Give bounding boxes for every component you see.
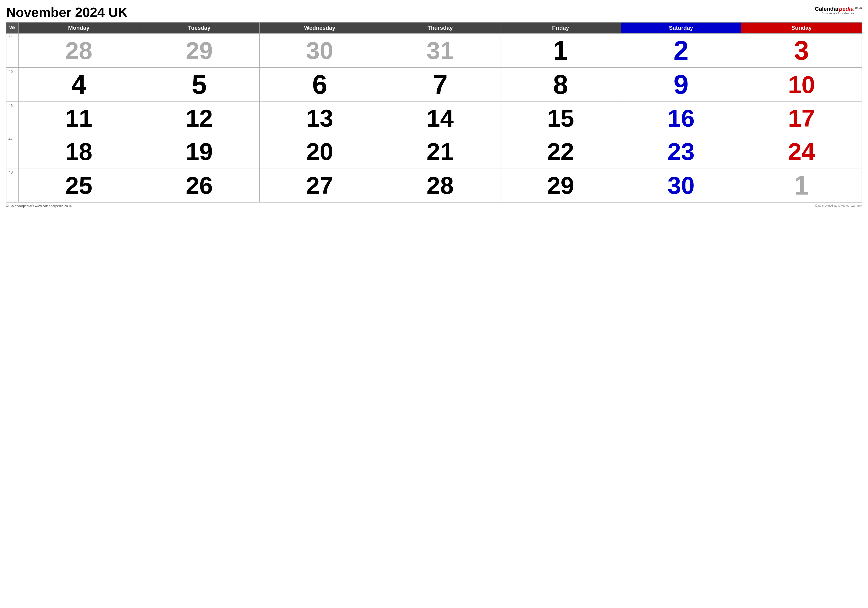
calendar-row: 4428293031123 [6,34,862,68]
day-number: 17 [743,103,860,133]
footer-right: Data provided 'as is' without warranty [815,204,862,208]
day-cell[interactable]: 10 [741,68,862,102]
day-cell[interactable]: 13 [259,102,380,135]
day-cell[interactable]: 19 [139,135,259,168]
day-number: 11 [21,103,137,133]
day-number: 15 [502,103,618,133]
day-number: 1 [502,35,618,66]
calendar-row: 4545678910 [6,68,862,102]
day-number: 31 [382,35,498,66]
day-cell[interactable]: 28 [380,168,501,203]
day-cell[interactable]: 6 [259,68,380,102]
col-header-thursday: Thursday [380,23,501,34]
day-cell[interactable]: 1 [741,168,862,203]
week-number: 44 [6,34,19,68]
day-cell[interactable]: 15 [501,102,621,135]
day-number: 9 [623,69,739,100]
day-number: 22 [502,136,618,167]
week-number: 48 [6,168,19,203]
day-cell[interactable]: 9 [621,68,741,102]
col-header-wk: Wk [6,23,19,34]
week-number: 46 [6,102,19,135]
day-number: 14 [382,103,498,133]
day-number: 6 [262,69,378,100]
day-cell[interactable]: 30 [259,34,380,68]
day-cell[interactable]: 18 [19,135,139,168]
day-number: 28 [382,170,498,201]
day-number: 23 [623,136,739,167]
logo: Calendarpedia.co.uk Your source for cale… [815,6,862,15]
calendar-row: 4718192021222324 [6,135,862,168]
day-cell[interactable]: 29 [139,34,259,68]
day-number: 1 [743,170,860,201]
day-number: 19 [141,136,257,167]
col-header-tuesday: Tuesday [139,23,259,34]
day-number: 2 [623,35,739,66]
day-number: 26 [141,170,257,201]
day-cell[interactable]: 25 [19,168,139,203]
day-number: 10 [743,69,860,100]
logo-pedia: pedia [839,6,854,12]
day-cell[interactable]: 30 [621,168,741,203]
logo-subtext: Your source for calendars [815,12,862,15]
day-number: 29 [141,35,257,66]
day-cell[interactable]: 16 [621,102,741,135]
day-cell[interactable]: 8 [501,68,621,102]
day-number: 8 [502,69,618,100]
logo-text: Calendarpedia.co.uk [815,6,862,12]
week-number: 45 [6,68,19,102]
day-number: 7 [382,69,498,100]
day-number: 24 [743,136,860,167]
day-cell[interactable]: 29 [501,168,621,203]
header-row: Wk Monday Tuesday Wednesday Thursday Fri… [6,23,862,34]
footer: © Calendarpedia® www.calendarpedia.co.uk… [6,204,862,208]
day-cell[interactable]: 11 [19,102,139,135]
page-header: November 2024 UK Calendarpedia.co.uk You… [6,5,862,20]
day-number: 12 [141,103,257,133]
day-cell[interactable]: 4 [19,68,139,102]
calendar-table: Wk Monday Tuesday Wednesday Thursday Fri… [6,22,862,203]
day-cell[interactable]: 3 [741,34,862,68]
day-cell[interactable]: 22 [501,135,621,168]
col-header-saturday: Saturday [621,23,741,34]
day-number: 13 [262,103,378,133]
day-cell[interactable]: 27 [259,168,380,203]
day-cell[interactable]: 12 [139,102,259,135]
day-cell[interactable]: 14 [380,102,501,135]
day-number: 28 [21,35,137,66]
day-number: 30 [262,35,378,66]
page-title: November 2024 UK [6,5,128,20]
day-cell[interactable]: 20 [259,135,380,168]
col-header-monday: Monday [19,23,139,34]
day-number: 21 [382,136,498,167]
day-cell[interactable]: 21 [380,135,501,168]
day-cell[interactable]: 17 [741,102,862,135]
day-cell[interactable]: 23 [621,135,741,168]
day-cell[interactable]: 1 [501,34,621,68]
week-number: 47 [6,135,19,168]
footer-left: © Calendarpedia® www.calendarpedia.co.uk [6,204,72,208]
day-number: 25 [21,170,137,201]
calendar-row: 482526272829301 [6,168,862,203]
day-cell[interactable]: 26 [139,168,259,203]
day-number: 3 [743,35,860,66]
day-number: 4 [21,69,137,100]
calendar-row: 4611121314151617 [6,102,862,135]
col-header-friday: Friday [501,23,621,34]
logo-tld: .co.uk [854,6,862,9]
day-number: 18 [21,136,137,167]
col-header-wednesday: Wednesday [259,23,380,34]
day-cell[interactable]: 7 [380,68,501,102]
day-cell[interactable]: 28 [19,34,139,68]
day-number: 5 [141,69,257,100]
day-number: 20 [262,136,378,167]
day-cell[interactable]: 2 [621,34,741,68]
day-cell[interactable]: 24 [741,135,862,168]
day-cell[interactable]: 5 [139,68,259,102]
day-number: 27 [262,170,378,201]
day-cell[interactable]: 31 [380,34,501,68]
logo-calendar: Calendar [815,6,839,12]
day-number: 29 [502,170,618,201]
day-number: 30 [623,170,739,201]
day-number: 16 [623,103,739,133]
